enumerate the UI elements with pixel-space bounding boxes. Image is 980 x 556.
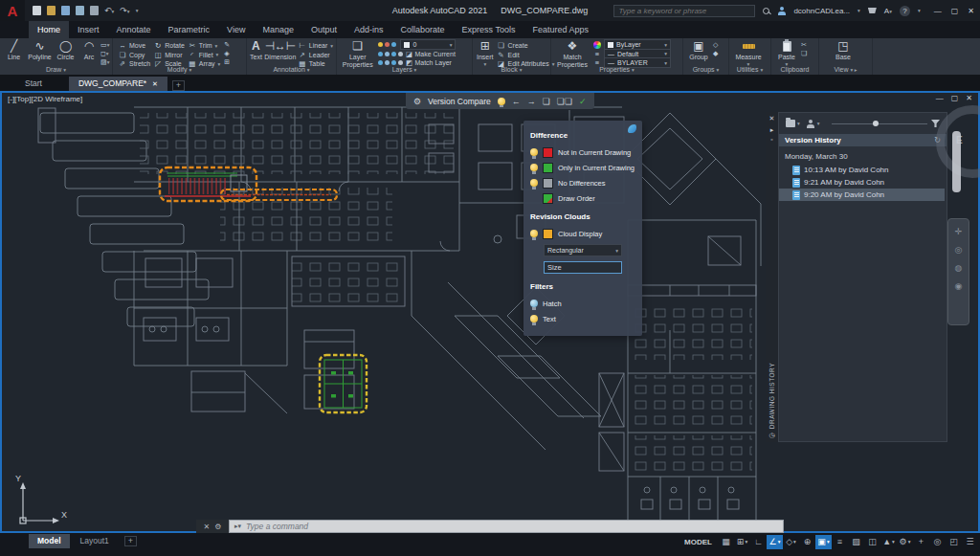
red-swatch[interactable] — [543, 147, 553, 158]
command-line-grip[interactable]: ✕ ⚙ — [196, 520, 229, 533]
history-user-filter-dropdown[interactable]: ▾ — [807, 120, 820, 128]
panel-label-properties[interactable]: Properties ▾ — [551, 65, 682, 75]
workspace-gear-icon[interactable]: ⚙▾ — [897, 535, 913, 549]
insert-button[interactable]: ⊞Insert▾ — [477, 38, 494, 69]
transparency-icon[interactable]: ▨ — [848, 535, 864, 549]
open-file-icon[interactable] — [47, 6, 56, 15]
date-range-slider-handle[interactable] — [873, 121, 879, 126]
make-current-button[interactable]: ◪Make Current — [378, 50, 469, 59]
model-tab[interactable]: Model — [29, 534, 70, 548]
layer-properties-button[interactable]: ❏Layer Properties — [340, 38, 375, 68]
bulb-cursor-icon[interactable] — [530, 230, 538, 237]
exit-compare-check-icon[interactable]: ✓ — [579, 97, 587, 106]
annotation-monitor-plus-icon[interactable]: + — [913, 535, 929, 549]
signed-in-user[interactable]: dcohnCADLea... — [793, 7, 850, 15]
gray-swatch[interactable] — [543, 178, 553, 189]
command-prompt-text[interactable]: Type a command — [246, 522, 308, 531]
zoom-icon[interactable]: ◎ — [955, 245, 963, 255]
ribbon-tab-express-tools[interactable]: Express Tools — [454, 21, 524, 38]
layer-dropdown[interactable]: 0▾ — [400, 39, 456, 50]
undo-icon[interactable]: ↶▾ — [104, 6, 114, 16]
ribbon-tab-view[interactable]: View — [218, 21, 254, 38]
steering-wheel-icon[interactable]: ◉ — [955, 281, 963, 291]
filter-text-row[interactable]: Text — [530, 311, 635, 326]
ribbon-tab-manage[interactable]: Manage — [254, 21, 302, 38]
panel-label-view[interactable]: View ▾ ▸ — [819, 65, 872, 75]
arc-button[interactable]: ◠Arc — [78, 38, 100, 66]
bulb-icon[interactable] — [530, 148, 538, 156]
autodesk-share-icon[interactable]: A▾ — [884, 7, 892, 15]
panel-label-block[interactable]: Block ▾ — [473, 65, 550, 75]
fillet-button[interactable]: ◜Fillet▾ — [189, 51, 221, 60]
leader-button[interactable]: ↗Leader — [299, 51, 333, 60]
polyline-button[interactable]: ∿Polyline — [27, 38, 53, 66]
match-properties-button[interactable]: ❖Match Properties — [555, 38, 590, 68]
cloud-display-row[interactable]: Cloud Display — [530, 226, 635, 241]
save-icon[interactable] — [61, 6, 70, 15]
object-snap-tracking-icon[interactable]: ⊕ — [799, 535, 815, 549]
rotate-button[interactable]: ↻Rotate — [154, 41, 185, 51]
hatch-filter-bulb-icon[interactable] — [530, 300, 538, 307]
polar-tracking-icon[interactable]: ∠▾ — [767, 535, 783, 549]
doc-minimize-icon[interactable]: — — [936, 94, 944, 102]
file-tab-document[interactable]: DWG_COMPARE*✕ — [69, 77, 167, 91]
grid-toggle-icon[interactable]: ▦ — [718, 535, 734, 549]
doc-restore-icon[interactable]: ▢ — [951, 94, 959, 102]
ribbon-tab-annotate[interactable]: Annotate — [108, 21, 160, 38]
new-file-icon[interactable] — [33, 6, 41, 15]
diff-draw-order-row[interactable]: Draw Order — [530, 190, 635, 206]
new-layout-button[interactable]: + — [124, 536, 137, 546]
palette-autohide-icon[interactable]: ▸ — [770, 126, 774, 134]
command-input-bar[interactable]: ▸▾ Type a command — [229, 520, 784, 533]
viewport-controls[interactable]: [-][Top][2D Wireframe] — [8, 95, 82, 103]
bulb-icon[interactable] — [530, 179, 538, 187]
ribbon-tab-home[interactable]: Home — [29, 21, 69, 38]
diff-not-in-current-row[interactable]: Not in Current Drawing — [530, 145, 635, 160]
orbit-icon[interactable]: ◍ — [955, 263, 963, 273]
ribbon-tab-insert[interactable]: Insert — [69, 21, 108, 38]
import-objects-icon[interactable]: ❏ — [543, 97, 550, 106]
annotation-scale-icon[interactable]: ▲▾ — [880, 535, 897, 549]
layer-on-icon[interactable] — [378, 42, 383, 47]
history-source-dropdown[interactable]: ▾ — [786, 120, 800, 127]
cloud-size-input[interactable] — [544, 261, 622, 274]
dimension-button[interactable]: ⊣↔⊢Dimension — [265, 38, 296, 69]
erase-icon[interactable]: ✎ — [224, 41, 230, 49]
trim-button[interactable]: ✂Trim▾ — [189, 41, 221, 51]
panel-label-modify[interactable]: Modify ▾ — [113, 65, 246, 75]
search-input[interactable] — [613, 5, 755, 17]
date-range-slider-track[interactable] — [832, 123, 927, 124]
viewcube-face[interactable] — [952, 131, 961, 192]
cloud-style-dropdown[interactable]: Rectangular▾ — [544, 244, 622, 256]
history-entry-selected[interactable]: 9:20 AM by David Cohn — [779, 189, 945, 201]
panel-label-clipboard[interactable]: Clipboard — [771, 65, 818, 75]
base-button[interactable]: ◳Base — [819, 38, 867, 61]
lineweight-display-icon[interactable]: ≡ — [832, 535, 848, 549]
ribbon-tab-output[interactable]: Output — [302, 21, 345, 38]
edit-block-button[interactable]: ✎Edit — [498, 51, 555, 60]
help-chevron-icon[interactable]: ▾ — [918, 8, 921, 13]
panel-label-utilities[interactable]: Utilities ▾ — [729, 65, 770, 75]
app-store-icon[interactable] — [868, 8, 877, 13]
minimize-button[interactable]: — — [934, 7, 942, 15]
move-button[interactable]: ↔Move — [119, 41, 150, 51]
group-edit-icon[interactable]: ◆ — [713, 50, 718, 57]
object-snap-icon[interactable]: ▣▾ — [815, 535, 832, 549]
command-customize-wrench-icon[interactable]: ⚙ — [214, 523, 221, 531]
ribbon-tab-addins[interactable]: Add-ins — [345, 21, 392, 38]
layer-lock-icon[interactable] — [391, 42, 396, 47]
cut-icon[interactable]: ✂ — [801, 41, 807, 49]
compare-settings-gear-icon[interactable]: ⚙ — [413, 97, 421, 106]
search-icon[interactable] — [763, 8, 769, 14]
revision-cloud-bottom[interactable] — [320, 355, 367, 412]
save-as-icon[interactable] — [76, 6, 84, 15]
ellipse-icon[interactable]: ◻▾ — [100, 50, 109, 57]
ungroup-icon[interactable]: ◇ — [713, 41, 718, 49]
previous-difference-icon[interactable]: ← — [512, 97, 521, 106]
green-swatch[interactable] — [543, 163, 553, 173]
explode-icon[interactable]: ◈ — [224, 50, 230, 57]
ribbon-tab-parametric[interactable]: Parametric — [160, 21, 219, 38]
draw-order-swatch[interactable] — [543, 193, 553, 204]
group-button[interactable]: ▣Group — [686, 38, 711, 61]
measure-button[interactable]: Measure▾ — [729, 38, 768, 68]
